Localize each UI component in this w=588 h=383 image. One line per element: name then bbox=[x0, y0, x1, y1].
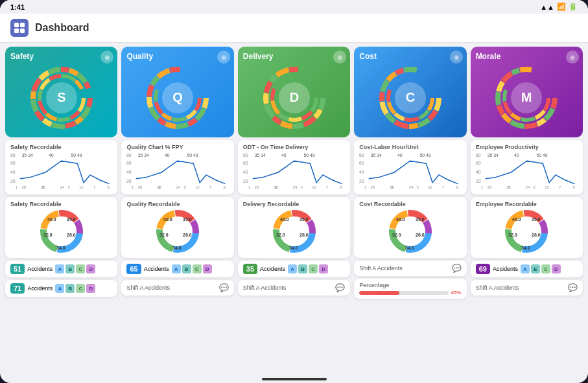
home-indicator bbox=[262, 378, 327, 380]
svg-text:1: 1 bbox=[480, 185, 482, 189]
safety-shift-badges: A B C D bbox=[55, 264, 95, 273]
morale-donut-title: Employee Recordable bbox=[476, 201, 578, 207]
quality-shift-d: D bbox=[203, 264, 212, 273]
svg-text:50 49: 50 49 bbox=[71, 153, 82, 157]
svg-text:50 49: 50 49 bbox=[303, 153, 314, 157]
svg-text:24: 24 bbox=[60, 185, 65, 189]
morale-top-card: Morale ⊕ bbox=[471, 47, 583, 137]
cost-chart-title: Cost-Labor Hour/Unit bbox=[359, 144, 461, 150]
svg-text:40.0: 40.0 bbox=[280, 217, 289, 222]
svg-text:40: 40 bbox=[243, 170, 248, 174]
svg-text:9: 9 bbox=[456, 185, 458, 189]
cost-chat-icon[interactable]: 💬 bbox=[452, 264, 462, 273]
shift-badge-b: B bbox=[65, 264, 75, 273]
svg-text:80: 80 bbox=[126, 153, 132, 157]
morale-shift-badges: A E C D bbox=[521, 264, 561, 273]
cost-progress-track bbox=[359, 291, 448, 295]
svg-text:28.0: 28.0 bbox=[416, 233, 425, 237]
svg-text:40: 40 bbox=[476, 170, 481, 174]
cost-wheel: C bbox=[359, 64, 461, 132]
safety-expand-btn[interactable]: ⊕ bbox=[100, 51, 113, 64]
morale-shift-accidents: Shift A Accidents 💬 bbox=[471, 280, 583, 296]
svg-text:50 49: 50 49 bbox=[536, 153, 547, 157]
morale-shift-c: C bbox=[541, 264, 550, 273]
svg-text:32.0: 32.0 bbox=[392, 233, 401, 237]
quality-accidents-label: Accidents bbox=[144, 266, 169, 272]
svg-text:12: 12 bbox=[79, 185, 84, 189]
delivery-shift-label: Shift A Accidents bbox=[243, 284, 287, 291]
svg-text:34.0: 34.0 bbox=[172, 246, 182, 250]
quality-line-chart: Quality Chart % FPY 80 60 40 20 35 34 40… bbox=[121, 140, 233, 194]
svg-text:7: 7 bbox=[442, 185, 444, 189]
svg-text:34.0: 34.0 bbox=[405, 246, 414, 250]
column-cost: Cost ⊕ bbox=[354, 47, 466, 378]
svg-text:32.0: 32.0 bbox=[276, 233, 285, 237]
delivery-donut-chart: Delivery Recordable 40.0 35 bbox=[238, 197, 350, 258]
delivery-line-chart: ODT - On Time Delivery 80 60 40 20 35 34… bbox=[238, 140, 350, 194]
morale-wheel: M bbox=[476, 64, 578, 132]
svg-text:24: 24 bbox=[176, 185, 181, 189]
svg-text:24: 24 bbox=[409, 185, 414, 189]
svg-text:34.0: 34.0 bbox=[289, 246, 298, 250]
morale-chat-icon[interactable]: 💬 bbox=[568, 283, 578, 292]
svg-text:5: 5 bbox=[533, 185, 535, 189]
morale-accidents-label: Accidents bbox=[493, 266, 518, 272]
svg-text:60: 60 bbox=[359, 161, 364, 165]
cost-label: Cost bbox=[359, 52, 377, 61]
delivery-shift-c: C bbox=[309, 264, 318, 273]
svg-text:S: S bbox=[57, 90, 65, 104]
delivery-wheel: D bbox=[243, 64, 345, 132]
wifi-icon: 📶 bbox=[557, 3, 566, 11]
morale-expand-btn[interactable]: ⊕ bbox=[566, 51, 579, 64]
svg-text:24: 24 bbox=[293, 185, 298, 189]
svg-text:40: 40 bbox=[10, 170, 16, 174]
delivery-accident-count: 35 bbox=[243, 264, 257, 274]
svg-text:35.0: 35.0 bbox=[532, 217, 541, 222]
svg-text:40.0: 40.0 bbox=[47, 217, 56, 222]
cost-donut-chart: Cost Recordable 40.0 35.0 bbox=[354, 197, 466, 258]
svg-text:40: 40 bbox=[281, 153, 287, 157]
cost-line-chart: Cost-Labor Hour/Unit 80 60 40 20 35 34 4… bbox=[354, 140, 466, 194]
cost-expand-btn[interactable]: ⊕ bbox=[450, 51, 463, 64]
quality-shift-b: B bbox=[182, 264, 191, 273]
morale-shift-a: A bbox=[521, 264, 530, 273]
quality-expand-btn[interactable]: ⊕ bbox=[217, 51, 230, 64]
svg-text:28.0: 28.0 bbox=[300, 233, 309, 237]
svg-text:5: 5 bbox=[417, 185, 419, 189]
shift-badge-c2: C bbox=[76, 284, 85, 293]
svg-text:40.0: 40.0 bbox=[396, 217, 405, 222]
svg-text:40: 40 bbox=[126, 170, 132, 174]
safety-accidents-2-card: 71 Accidents A B C D bbox=[5, 280, 117, 297]
svg-rect-1 bbox=[20, 23, 25, 27]
column-quality: Quality ⊕ bbox=[121, 47, 233, 378]
svg-text:28.0: 28.0 bbox=[532, 233, 541, 237]
svg-text:9: 9 bbox=[224, 185, 226, 189]
svg-text:28: 28 bbox=[371, 185, 375, 189]
delivery-donut-title: Delivery Recordable bbox=[243, 201, 345, 207]
safety-chart-title: Safety Recordable bbox=[10, 144, 112, 150]
quality-label: Quality bbox=[126, 52, 153, 61]
morale-shift-label: Shift A Accidents bbox=[476, 284, 519, 291]
morale-donut-chart: Employee Recordable 40.0 35 bbox=[471, 197, 583, 258]
quality-shift-a: A bbox=[172, 264, 181, 273]
svg-text:7: 7 bbox=[93, 185, 95, 189]
content-area: Safety ⊕ bbox=[0, 47, 588, 378]
delivery-expand-btn[interactable]: ⊕ bbox=[333, 51, 346, 64]
svg-text:12: 12 bbox=[312, 185, 316, 189]
svg-text:40: 40 bbox=[165, 153, 170, 157]
cost-percentage-label: Percentage bbox=[359, 282, 389, 288]
shift-badge-a: A bbox=[55, 264, 64, 273]
shift-badge-d: D bbox=[86, 264, 95, 273]
quality-shift-accidents: Shift A Accidents 💬 bbox=[121, 280, 233, 296]
svg-text:34.0: 34.0 bbox=[521, 246, 530, 250]
morale-accidents-card: 69 Accidents A E C D bbox=[471, 261, 583, 277]
svg-text:35.0: 35.0 bbox=[67, 217, 76, 222]
status-time: 1:41 bbox=[10, 3, 25, 11]
svg-rect-2 bbox=[14, 29, 19, 33]
svg-text:80: 80 bbox=[10, 153, 16, 157]
quality-chat-icon[interactable]: 💬 bbox=[219, 283, 229, 292]
svg-text:40.0: 40.0 bbox=[512, 217, 521, 222]
delivery-chat-icon[interactable]: 💬 bbox=[335, 283, 345, 292]
svg-text:40: 40 bbox=[49, 153, 54, 157]
battery-icon: 🔋 bbox=[569, 3, 578, 11]
